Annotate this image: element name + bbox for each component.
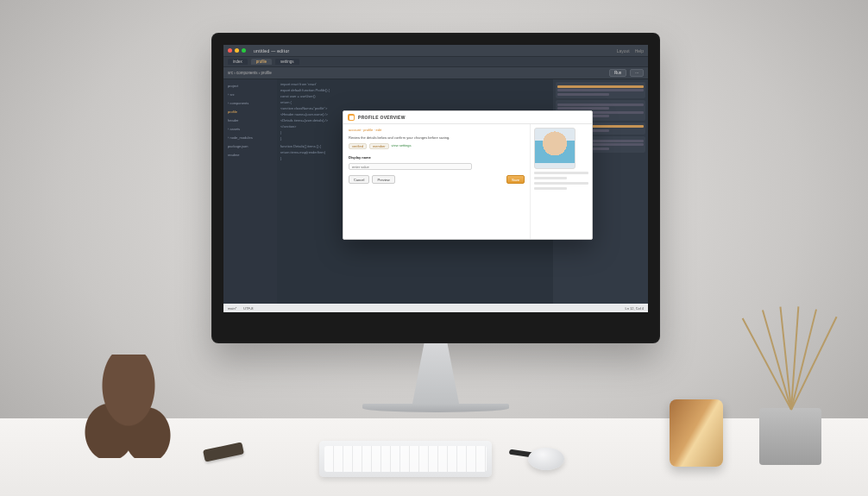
- window-titlebar: untitled — editor Layout Help: [223, 45, 648, 57]
- window-title: untitled — editor: [254, 48, 290, 53]
- sidebar-item[interactable]: profile: [226, 109, 274, 115]
- panel-block[interactable]: [556, 82, 645, 98]
- avatar[interactable]: [534, 128, 576, 169]
- code-editor[interactable]: import react from 'react' export default…: [277, 79, 553, 304]
- dialog-breadcrumb[interactable]: account · profile · edit: [349, 128, 525, 132]
- preview-button[interactable]: Preview: [372, 175, 394, 184]
- run-button[interactable]: Run: [609, 69, 626, 77]
- meta-line: [534, 177, 567, 179]
- screen: untitled — editor Layout Help index prof…: [223, 45, 648, 312]
- code-line: export default function Profile() {: [280, 88, 550, 92]
- imac-foot: [362, 404, 509, 412]
- badge-icon: [348, 114, 355, 121]
- sidebar-item[interactable]: › assets: [226, 126, 274, 132]
- cursor-position[interactable]: Ln 12, Col 4: [625, 306, 644, 311]
- dried-plant: [747, 289, 833, 410]
- maximize-icon[interactable]: [242, 48, 246, 53]
- status-badge: member: [369, 143, 389, 149]
- sidebar-item[interactable]: header: [226, 117, 274, 123]
- code-editor-app: untitled — editor Layout Help index prof…: [223, 45, 648, 312]
- desk-statue: [81, 355, 176, 458]
- meta-line: [534, 182, 588, 185]
- sidebar-item[interactable]: › components: [226, 100, 274, 106]
- planter: [759, 408, 821, 465]
- tab-bar: index profile settings: [223, 57, 648, 67]
- sidebar-item[interactable]: project: [226, 83, 274, 89]
- code-line: const user = useUser(): [280, 94, 550, 98]
- settings-link[interactable]: view settings: [392, 143, 412, 149]
- tab[interactable]: index: [228, 59, 248, 65]
- keyboard: [319, 441, 492, 477]
- sidebar-item[interactable]: › src: [226, 91, 274, 97]
- minimize-icon[interactable]: [235, 48, 239, 53]
- dialog-header: PROFILE OVERVIEW: [343, 111, 592, 124]
- dialog-title: PROFILE OVERVIEW: [358, 115, 406, 120]
- meta-line: [534, 187, 567, 190]
- screen-bezel: untitled — editor Layout Help index prof…: [211, 33, 660, 343]
- titlebar-action[interactable]: Help: [635, 48, 644, 53]
- file-explorer[interactable]: project › src › components profile heade…: [223, 79, 277, 304]
- imac: untitled — editor Layout Help index prof…: [211, 33, 660, 412]
- imac-stand: [397, 343, 475, 404]
- branch-indicator[interactable]: main*: [228, 306, 236, 311]
- breadcrumb[interactable]: src › components › profile: [228, 71, 272, 75]
- dialog-sidebar: [530, 124, 592, 239]
- titlebar-action[interactable]: Layout: [617, 48, 630, 53]
- tab[interactable]: settings: [275, 59, 299, 65]
- mouse: [528, 448, 564, 470]
- field-label: Display name: [349, 155, 525, 160]
- display-name-field[interactable]: [349, 163, 472, 170]
- meta-line: [534, 172, 588, 174]
- code-line: import react from 'react': [280, 82, 550, 86]
- status-bar: main* UTF-8 Ln 12, Col 4: [223, 304, 648, 312]
- cancel-button[interactable]: Cancel: [349, 175, 369, 184]
- tab[interactable]: profile: [251, 59, 272, 65]
- close-icon[interactable]: [228, 48, 232, 53]
- save-button[interactable]: Save: [506, 175, 525, 184]
- copper-cup: [670, 399, 723, 467]
- dialog-description: Review the details below and confirm you…: [349, 135, 525, 140]
- profile-dialog: PROFILE OVERVIEW account · profile · edi…: [343, 110, 593, 240]
- sidebar-item[interactable]: readme: [226, 152, 274, 158]
- status-badge: verified: [349, 143, 367, 149]
- code-line: return (: [280, 100, 550, 104]
- workspace: project › src › components profile heade…: [223, 79, 648, 304]
- encoding-indicator[interactable]: UTF-8: [243, 306, 253, 311]
- more-button[interactable]: ···: [630, 69, 644, 77]
- toolbar: src › components › profile Run ···: [223, 67, 648, 79]
- sidebar-item[interactable]: › node_modules: [226, 135, 274, 141]
- sidebar-item[interactable]: package.json: [226, 143, 274, 149]
